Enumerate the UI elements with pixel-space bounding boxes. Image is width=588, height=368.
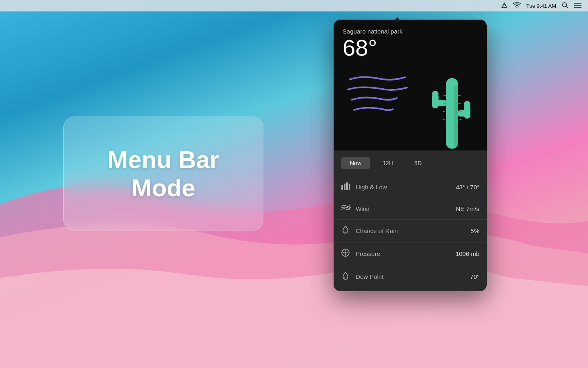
cactus-illustration [425, 59, 479, 150]
tab-now[interactable]: Now [341, 157, 370, 169]
svg-point-31 [344, 277, 345, 278]
weather-temperature: 68° [343, 36, 478, 59]
wind-value: NE 7m/s [456, 205, 479, 212]
wind-row: Wind NE 7m/s [334, 198, 487, 219]
menu-bar-mode-card: Menu Bar Mode [63, 117, 263, 231]
tab-5d[interactable]: 5D [405, 157, 431, 169]
svg-rect-23 [346, 182, 348, 190]
pressure-row: Pressure 1006 mb [334, 242, 487, 265]
tab-12h[interactable]: 12H [374, 157, 402, 169]
high-low-row: High & Low 43° / 70° [334, 176, 487, 198]
menubar-time: Tue 9:41 AM [526, 3, 556, 9]
svg-point-26 [345, 252, 347, 254]
rain-icon [341, 225, 353, 236]
svg-line-17 [458, 103, 461, 104]
svg-rect-21 [341, 185, 343, 190]
rain-value: 5% [470, 227, 479, 234]
menu-bar-mode-text: Menu Bar Mode [107, 146, 219, 202]
location-icon[interactable] [501, 2, 508, 10]
pressure-label: Pressure [356, 250, 456, 257]
svg-line-15 [443, 119, 446, 120]
svg-rect-20 [454, 85, 458, 147]
svg-line-19 [458, 119, 461, 120]
weather-location: Saguaro national park [343, 28, 478, 35]
weather-top-section: Saguaro national park 68° [334, 20, 487, 150]
popup-arrow [393, 17, 401, 22]
rain-label: Chance of Rain [356, 227, 470, 234]
high-low-label: High & Low [356, 184, 456, 191]
high-low-value: 43° / 70° [456, 184, 479, 191]
search-icon[interactable] [562, 2, 568, 10]
svg-line-12 [443, 95, 446, 96]
weather-rows: High & Low 43° / 70° Wind NE 7m/s [334, 174, 487, 291]
svg-line-14 [443, 111, 446, 112]
svg-point-11 [464, 101, 470, 108]
wind-icon [341, 204, 353, 213]
menubar-right: Tue 9:41 AM [501, 2, 581, 10]
svg-point-8 [432, 91, 439, 97]
weather-bottom-section: Now 12H 5D High & Low 43° / 70° [334, 150, 487, 291]
pressure-icon [341, 248, 353, 259]
svg-rect-24 [349, 184, 350, 190]
dew-point-row: Dew Point 70° [334, 265, 487, 288]
weather-tabs: Now 12H 5D [334, 150, 487, 174]
rain-row: Chance of Rain 5% [334, 219, 487, 242]
svg-line-16 [458, 95, 461, 96]
svg-rect-22 [344, 184, 345, 190]
wind-lines-illustration [346, 67, 411, 126]
pressure-value: 1006 mb [456, 250, 479, 257]
dew-point-value: 70° [470, 273, 479, 280]
high-low-icon [341, 182, 353, 192]
dew-point-label: Dew Point [356, 273, 470, 280]
list-icon[interactable] [574, 2, 581, 9]
weather-popup: Saguaro national park 68° [334, 20, 487, 291]
dew-point-icon [341, 271, 353, 282]
wifi-icon[interactable] [513, 2, 521, 9]
menubar: Tue 9:41 AM [0, 0, 588, 11]
wind-label: Wind [356, 205, 456, 212]
